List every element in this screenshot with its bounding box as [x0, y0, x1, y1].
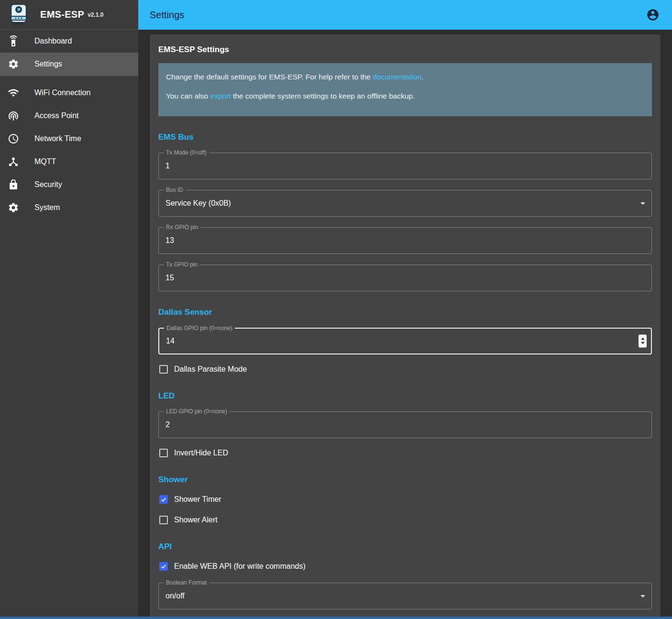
section-shower: Shower: [158, 475, 652, 485]
device-hub-icon: [8, 156, 19, 167]
wifi-icon: [8, 87, 19, 99]
rx-gpio-field: Rx GPIO pin: [158, 227, 652, 254]
rx-gpio-label: Rx GPIO pin: [164, 224, 200, 231]
boolean-format-select[interactable]: Boolean Format on/off: [158, 583, 652, 609]
export-link[interactable]: export: [210, 92, 231, 100]
bus-id-label: Bus ID: [164, 187, 186, 193]
info-text: You can also: [166, 92, 210, 100]
section-led: LED: [158, 391, 652, 401]
main-area: Settings EMS-ESP Settings Change the def…: [138, 0, 672, 619]
account-button[interactable]: [641, 3, 664, 26]
gear-icon: [8, 202, 19, 213]
sidebar-item-system[interactable]: System: [0, 196, 138, 219]
dallas-gpio-field: Dallas GPIO pin (0=none): [158, 328, 652, 354]
info-text: the complete system settings to keep an …: [231, 92, 415, 100]
tx-gpio-label: Tx GPIO pin: [164, 262, 200, 268]
sidebar-item-label: Access Point: [34, 111, 78, 120]
remote-icon: [8, 35, 19, 47]
checkbox-box[interactable]: [159, 495, 168, 504]
bus-id-select[interactable]: Bus ID Service Key (0x0B): [158, 190, 652, 217]
sidebar-item-label: WiFi Connection: [34, 88, 90, 97]
led-gpio-input[interactable]: [159, 412, 651, 438]
checkbox-label: Enable WEB API (for write commands): [174, 562, 306, 571]
number-spinner[interactable]: [639, 334, 647, 347]
boolean-format-value: on/off: [159, 583, 651, 609]
rx-gpio-input[interactable]: [159, 228, 651, 254]
tx-mode-field: Tx Mode (0=off): [158, 153, 652, 179]
boiler-logo-icon: [10, 4, 28, 26]
tx-gpio-input[interactable]: [159, 265, 651, 291]
app-name: EMS-ESP: [40, 9, 84, 20]
sidebar-item-mqtt[interactable]: MQTT: [0, 150, 138, 173]
checkbox-dallas-parasite[interactable]: Dallas Parasite Mode: [159, 364, 652, 375]
chevron-down-icon: [640, 202, 645, 205]
sidebar-item-label: MQTT: [34, 157, 56, 166]
checkbox-box[interactable]: [159, 562, 168, 571]
app-version: v2.1.0: [88, 11, 103, 18]
boolean-format-label: Boolean Format: [164, 580, 209, 586]
card-title: EMS-ESP Settings: [158, 44, 652, 55]
checkbox-label: Shower Timer: [174, 495, 221, 504]
documentation-link[interactable]: documentation: [373, 73, 421, 81]
checkbox-label: Invert/Hide LED: [174, 449, 228, 457]
spinner-down-icon: [641, 342, 645, 344]
checkbox-box[interactable]: [159, 516, 168, 524]
sidebar-item-network-time[interactable]: Network Time: [0, 127, 138, 150]
chevron-down-icon: [640, 595, 645, 597]
checkbox-shower-alert[interactable]: Shower Alert: [159, 514, 652, 526]
sidebar-item-label: System: [34, 203, 60, 212]
info-text: .: [421, 73, 423, 81]
section-dallas-sensor: Dallas Sensor: [158, 308, 652, 317]
lock-icon: [8, 179, 19, 190]
sidebar-item-dashboard[interactable]: Dashboard: [0, 30, 138, 53]
sidebar-spacer: [0, 76, 138, 81]
sidebar-item-label: Dashboard: [34, 37, 72, 45]
gear-icon: [8, 58, 19, 70]
tx-gpio-field: Tx GPIO pin: [158, 265, 652, 291]
info-box: Change the default settings for EMS-ESP.…: [158, 63, 652, 116]
dallas-gpio-label: Dallas GPIO pin (0=none): [164, 325, 235, 332]
bottom-accent-bar: [0, 617, 672, 619]
sidebar-item-label: Settings: [34, 60, 62, 68]
checkbox-box[interactable]: [159, 449, 168, 457]
info-line-1: Change the default settings for EMS-ESP.…: [166, 72, 644, 82]
page-title: Settings: [150, 10, 641, 21]
dallas-gpio-input[interactable]: [159, 329, 651, 354]
checkbox-shower-timer[interactable]: Shower Timer: [159, 494, 652, 505]
checkbox-label: Dallas Parasite Mode: [174, 365, 247, 374]
info-text: Change the default settings for EMS-ESP.…: [166, 73, 373, 81]
spinner-up-icon: [641, 338, 645, 340]
sidebar-header: EMS-ESP v2.1.0: [0, 0, 138, 29]
sidebar-item-settings[interactable]: Settings: [0, 53, 138, 76]
checkbox-label: Shower Alert: [174, 516, 218, 524]
tx-mode-label: Tx Mode (0=off): [164, 150, 209, 156]
checkbox-box[interactable]: [159, 365, 168, 374]
sidebar-item-label: Security: [34, 180, 62, 189]
sidebar-item-access-point[interactable]: Access Point: [0, 104, 138, 127]
sidebar-item-label: Network Time: [34, 134, 81, 143]
sidebar-item-security[interactable]: Security: [0, 173, 138, 196]
bus-id-value: Service Key (0x0B): [159, 190, 651, 216]
led-gpio-label: LED GPIO pin (0=none): [164, 409, 230, 415]
clock-icon: [8, 133, 19, 144]
account-circle-icon: [646, 8, 660, 22]
settings-card: EMS-ESP Settings Change the default sett…: [150, 34, 661, 619]
led-gpio-field: LED GPIO pin (0=none): [158, 411, 652, 438]
checkbox-invert-led[interactable]: Invert/Hide LED: [159, 447, 652, 459]
section-ems-bus: EMS Bus: [158, 133, 652, 142]
section-api: API: [158, 542, 652, 552]
sidebar-item-wifi-connection[interactable]: WiFi Connection: [0, 81, 138, 104]
checkbox-enable-api[interactable]: Enable WEB API (for write commands): [159, 561, 652, 572]
wifi-tethering-icon: [8, 110, 19, 122]
info-line-2: You can also export the complete system …: [166, 91, 644, 101]
content-area: EMS-ESP Settings Change the default sett…: [138, 30, 672, 619]
topbar: Settings: [138, 0, 672, 30]
sidebar: EMS-ESP v2.1.0 Dashboard Settings WiFi C…: [0, 0, 138, 619]
tx-mode-input[interactable]: [159, 153, 651, 179]
